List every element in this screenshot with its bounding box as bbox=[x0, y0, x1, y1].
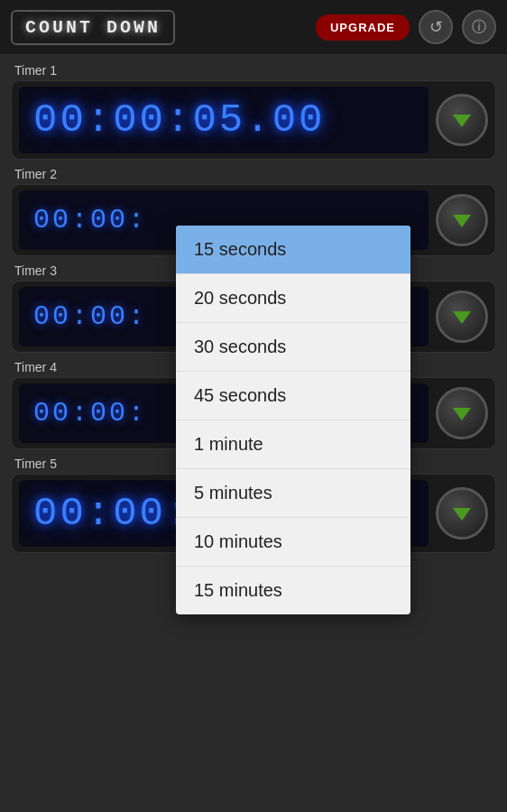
timer-5-dropdown-button[interactable] bbox=[436, 487, 488, 540]
svg-marker-4 bbox=[453, 508, 471, 521]
timer-2-label: Timer 2 bbox=[11, 167, 496, 181]
svg-marker-2 bbox=[453, 311, 471, 324]
info-button[interactable]: ⓘ bbox=[462, 10, 496, 44]
chevron-down-icon bbox=[449, 107, 475, 133]
info-icon: ⓘ bbox=[472, 18, 486, 37]
chevron-down-icon bbox=[449, 501, 475, 526]
time-dropdown: 15 seconds 20 seconds 30 seconds 45 seco… bbox=[176, 226, 410, 614]
timer-3-dropdown-button[interactable] bbox=[436, 291, 488, 343]
svg-marker-0 bbox=[453, 115, 471, 127]
timer-1-label: Timer 1 bbox=[11, 63, 496, 78]
chevron-down-icon bbox=[449, 401, 475, 426]
dropdown-item-30sec[interactable]: 30 seconds bbox=[176, 323, 410, 372]
dropdown-item-45sec[interactable]: 45 seconds bbox=[176, 372, 410, 420]
app-header: COUNT DOWN UPGRADE ↺ ⓘ bbox=[0, 0, 507, 54]
dropdown-item-15min[interactable]: 15 minutes bbox=[176, 567, 410, 614]
dropdown-item-20sec[interactable]: 20 seconds bbox=[176, 274, 410, 323]
refresh-icon: ↺ bbox=[429, 17, 443, 37]
timer-4-dropdown-button[interactable] bbox=[436, 387, 488, 439]
timer-1-row: 00:00:05.00 bbox=[11, 80, 496, 160]
chevron-down-icon bbox=[449, 304, 475, 329]
chevron-down-icon bbox=[449, 208, 475, 233]
svg-marker-1 bbox=[453, 215, 471, 227]
upgrade-button[interactable]: UPGRADE bbox=[316, 14, 410, 41]
dropdown-item-10min[interactable]: 10 minutes bbox=[176, 518, 410, 567]
timer-1-dropdown-button[interactable] bbox=[436, 94, 488, 146]
app-title: COUNT DOWN bbox=[11, 10, 175, 45]
timer-1-section: Timer 1 00:00:05.00 bbox=[11, 63, 496, 160]
timer-2-dropdown-button[interactable] bbox=[436, 194, 488, 246]
dropdown-item-15sec[interactable]: 15 seconds bbox=[176, 226, 410, 274]
timer-1-display: 00:00:05.00 bbox=[19, 87, 429, 153]
refresh-button[interactable]: ↺ bbox=[419, 10, 453, 44]
dropdown-item-1min[interactable]: 1 minute bbox=[176, 420, 410, 469]
dropdown-item-5min[interactable]: 5 minutes bbox=[176, 469, 410, 518]
svg-marker-3 bbox=[453, 408, 471, 420]
